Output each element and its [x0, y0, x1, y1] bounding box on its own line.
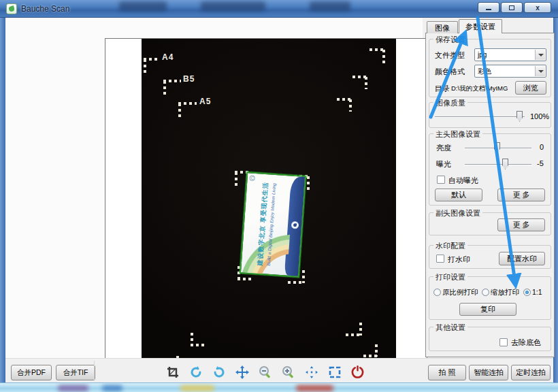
sub-head-group: 副头图像设置 更 多	[429, 212, 551, 235]
scanner-mat: A4 B5 A5	[142, 39, 396, 370]
radio-original-label: 原比例打印	[442, 288, 478, 297]
size-label-a5: A5	[199, 97, 211, 106]
color-format-label: 颜色格式	[435, 67, 465, 77]
default-button[interactable]: 默认	[435, 189, 482, 201]
save-settings-group: 保存设置 文件类型 jpg 颜色格式 彩色 目录 D:\我的文档\MyIMG 浏…	[429, 39, 551, 97]
chevron-down-icon	[535, 66, 545, 76]
quality-slider-thumb[interactable]	[516, 111, 523, 122]
card-corner-marker	[237, 278, 252, 280]
file-type-select[interactable]: jpg	[474, 48, 546, 61]
pan-icon[interactable]	[235, 365, 249, 379]
app-icon	[6, 3, 17, 14]
taskbar-blur	[58, 385, 88, 391]
brightness-label: 亮度	[436, 143, 451, 153]
crop-icon[interactable]	[165, 365, 180, 379]
a5-corner-marker	[178, 102, 197, 105]
fit-icon[interactable]	[304, 365, 318, 379]
radio-scaled-label: 缩放打印	[491, 288, 519, 297]
card-corner-marker	[235, 172, 237, 186]
auto-exposure-label: 自动曝光	[448, 176, 478, 186]
print-settings-group: 打印设置 原比例打印 缩放打印 1:1 复印	[429, 276, 551, 320]
radio-original-scale[interactable]	[433, 289, 441, 296]
group-title: 水印配置	[433, 241, 467, 251]
camera-image[interactable]: A4 B5 A5	[105, 38, 427, 375]
color-format-value: 彩色	[478, 67, 491, 75]
exposure-label: 曝光	[436, 159, 451, 169]
browse-button[interactable]: 浏览	[515, 81, 546, 95]
b5-corner-marker	[163, 81, 166, 96]
quality-value: 100%	[530, 112, 549, 120]
corner-marker	[382, 50, 385, 63]
timed-burst-button[interactable]: 定时连拍	[511, 365, 551, 380]
quality-slider[interactable]	[435, 116, 525, 118]
scanned-card[interactable]: C 建设数字北京 享受现代生活 Build a Digital Beijing …	[240, 172, 306, 278]
copy-button[interactable]: 复印	[459, 303, 516, 316]
smart-burst-button[interactable]: 智能连拍	[469, 365, 508, 380]
taskbar-blur	[180, 385, 214, 391]
corner-marker	[363, 355, 378, 357]
card-copyright-mark: C	[249, 175, 255, 181]
group-title: 保存设置	[433, 35, 467, 45]
corner-marker	[191, 344, 207, 346]
glass-reflection	[119, 1, 167, 11]
merge-pdf-button[interactable]: 合并PDF	[11, 365, 52, 380]
image-tools	[165, 365, 365, 379]
directory-value: D:\我的文档\MyIMG	[451, 84, 512, 93]
zoom-out-icon[interactable]	[258, 365, 272, 379]
corner-marker	[365, 77, 367, 89]
exposure-slider-thumb[interactable]	[502, 159, 508, 169]
close-button[interactable]: x	[524, 2, 551, 13]
rotate-ccw-icon[interactable]	[188, 365, 203, 379]
radio-scaled[interactable]	[482, 289, 489, 296]
size-label-a4: A4	[162, 52, 174, 62]
corner-marker	[346, 333, 361, 336]
more-button-sub[interactable]: 更 多	[497, 218, 545, 231]
frame-icon[interactable]	[327, 365, 342, 379]
remove-background-label: 去除底色	[511, 338, 541, 348]
more-button-main[interactable]: 更 多	[497, 189, 545, 201]
window-border-bottom	[0, 382, 558, 392]
card-corner-marker	[288, 281, 303, 284]
tab-image[interactable]: 图像	[427, 21, 458, 33]
maximize-icon	[509, 5, 514, 10]
merge-tif-button[interactable]: 合并TIF	[56, 365, 95, 380]
maximize-button[interactable]	[501, 2, 523, 13]
glass-reflection	[201, 1, 265, 11]
minimize-icon	[486, 9, 491, 10]
preview-panel: A4 B5 A5	[5, 18, 423, 358]
capture-button[interactable]: 拍 照	[428, 365, 466, 380]
window-title: Bauche Scan	[21, 4, 69, 14]
file-type-value: jpg	[478, 51, 487, 59]
toolbar-divider	[94, 361, 95, 381]
taskbar-blur	[296, 385, 333, 391]
chevron-down-icon	[535, 50, 545, 60]
tab-params[interactable]: 参数设置	[459, 19, 502, 33]
image-quality-group: 图像质量 100%	[429, 102, 551, 128]
a4-corner-marker	[144, 59, 146, 76]
group-title: 图像质量	[433, 98, 467, 108]
group-title: 其他设置	[433, 323, 467, 333]
brightness-slider-thumb[interactable]	[494, 142, 500, 153]
group-title: 副头图像设置	[433, 208, 482, 218]
radio-one-to-one[interactable]	[523, 289, 531, 296]
main-head-group: 主头图像设置 亮度 0 曝光 -5 自动曝光 默认 更 多	[429, 133, 551, 206]
taskbar-blur	[102, 385, 122, 391]
corner-marker	[349, 99, 352, 112]
color-format-select[interactable]: 彩色	[474, 65, 546, 78]
power-icon[interactable]	[350, 365, 365, 379]
exposure-slider[interactable]	[465, 164, 531, 165]
minimize-button[interactable]	[478, 2, 499, 13]
configure-watermark-button[interactable]: 配置水印	[499, 252, 545, 265]
watermark-checkbox[interactable]	[436, 255, 444, 263]
window-border-left	[0, 18, 5, 382]
group-title: 主头图像设置	[433, 129, 482, 140]
file-type-label: 文件类型	[435, 50, 465, 61]
directory-label: 目录	[435, 84, 450, 94]
watermark-group: 水印配置 打水印 配置水印	[429, 245, 551, 269]
auto-exposure-checkbox[interactable]	[437, 176, 445, 184]
brightness-value: 0	[540, 143, 544, 151]
remove-background-checkbox[interactable]	[499, 338, 508, 346]
zoom-in-icon[interactable]	[281, 365, 295, 379]
rotate-cw-icon[interactable]	[212, 365, 226, 379]
close-icon: x	[536, 4, 540, 12]
